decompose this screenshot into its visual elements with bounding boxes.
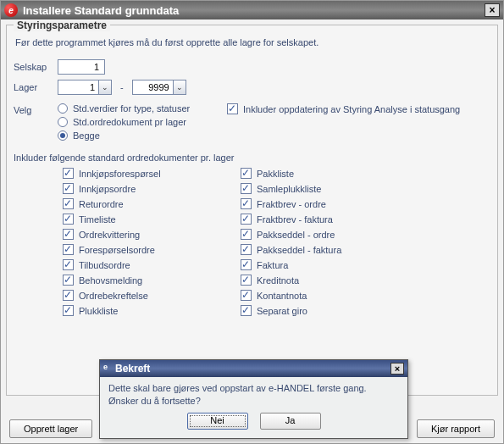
opprett-lager-button[interactable]: Opprett lager — [9, 419, 92, 438]
doc-check-item[interactable]: Returordre — [63, 198, 241, 209]
checkbox-icon — [63, 183, 74, 194]
confirm-dialog: e Bekreft × Dette skal bare gjøres ved o… — [99, 359, 408, 439]
checkbox-icon — [63, 275, 74, 286]
dialog-text: Dette skal bare gjøres ved oppstart av e… — [108, 382, 399, 408]
doc-label: Timeliste — [79, 214, 116, 225]
doc-check-item[interactable]: Tilbudsordre — [63, 259, 241, 270]
checkbox-icon — [63, 229, 74, 240]
checkbox-icon — [63, 214, 74, 225]
doc-check-item[interactable]: Innkjøpsordre — [63, 183, 241, 194]
lager-to-input[interactable] — [132, 80, 173, 95]
doc-check-item[interactable]: Plukkliste — [63, 305, 241, 316]
doc-label: Returordre — [79, 199, 124, 209]
doc-label: Separat giro — [257, 306, 307, 316]
window-title: Installere Standard grunndata — [23, 4, 179, 17]
doc-label: Behovsmelding — [79, 275, 142, 286]
app-logo-icon: e — [103, 363, 115, 375]
doc-check-item[interactable]: Behovsmelding — [63, 275, 241, 286]
doc-label: Kontantnota — [257, 291, 307, 301]
checkbox-icon — [63, 244, 74, 255]
lager-from-spinner[interactable]: ⌄ — [58, 80, 112, 95]
radio-icon — [58, 103, 68, 114]
lager-from-input[interactable] — [58, 80, 98, 95]
radio-begge[interactable]: Begge — [58, 130, 227, 141]
doc-col-left: InnkjøpsforespørselInnkjøpsordreReturord… — [63, 168, 241, 320]
chevron-down-icon[interactable]: ⌄ — [173, 80, 186, 95]
lager-label: Lager — [14, 82, 58, 92]
radio-icon — [58, 130, 68, 141]
doc-check-item[interactable]: Separat giro — [241, 305, 418, 316]
doc-check-item[interactable]: Fraktbrev - faktura — [241, 214, 418, 225]
radio-label: Begge — [73, 130, 100, 141]
doc-label: Kreditnota — [257, 275, 299, 286]
doc-check-item[interactable]: Pakkliste — [241, 168, 418, 179]
radio-group: Std.verdier for type, statuser Std.ordre… — [58, 103, 227, 144]
radio-icon — [58, 117, 68, 127]
params-group: Styringsparametre Før dette programmet k… — [6, 25, 498, 396]
doc-col-right: PakklisteSamleplukklisteFraktbrev - ordr… — [241, 168, 418, 320]
doc-label: Ordrekvittering — [79, 230, 140, 240]
doc-check-item[interactable]: Innkjøpsforespørsel — [63, 168, 241, 179]
doc-label: Ordrebekreftelse — [79, 291, 148, 301]
checkbox-label: Inkluder oppdatering av Styring Analyse … — [243, 104, 460, 114]
checkbox-icon — [63, 168, 74, 179]
doc-check-item[interactable]: Kontantnota — [241, 290, 418, 301]
close-icon[interactable]: × — [390, 363, 404, 375]
doc-check-item[interactable]: Fraktbrev - ordre — [241, 198, 418, 209]
main-window: e Installere Standard grunndata × Styrin… — [0, 0, 504, 444]
velg-label: Velg — [14, 103, 58, 144]
doc-label: Pakkseddel - ordre — [257, 230, 335, 240]
close-icon[interactable]: × — [485, 3, 500, 17]
checkbox-icon — [241, 198, 252, 209]
dialog-buttons: Nei Ja — [108, 413, 399, 430]
doc-section-label: Inkluder følgende standard ordredokument… — [14, 153, 490, 163]
doc-check-item[interactable]: Pakkseddel - ordre — [241, 229, 418, 240]
radio-label: Std.ordredokument pr lager — [73, 117, 186, 127]
doc-check-item[interactable]: Pakkseddel - faktura — [241, 244, 418, 255]
no-button[interactable]: Nei — [187, 413, 248, 430]
doc-label: Plukkliste — [79, 306, 118, 316]
doc-check-item[interactable]: Ordrekvittering — [63, 229, 241, 240]
checkbox-icon — [241, 259, 252, 270]
doc-check-item[interactable]: Forespørselsordre — [63, 244, 241, 255]
checkbox-icon — [63, 259, 74, 270]
radio-label: Std.verdier for type, statuser — [73, 103, 190, 114]
checkbox-icon — [227, 103, 238, 114]
doc-columns: InnkjøpsforespørselInnkjøpsordreReturord… — [63, 168, 490, 320]
lager-to-spinner[interactable]: ⌄ — [132, 80, 186, 95]
radio-std-values[interactable]: Std.verdier for type, statuser — [58, 103, 227, 114]
dialog-body: Dette skal bare gjøres ved oppstart av e… — [100, 377, 407, 435]
doc-label: Fraktbrev - faktura — [257, 214, 333, 225]
doc-check-item[interactable]: Faktura — [241, 259, 418, 270]
checkbox-icon — [241, 183, 252, 194]
doc-label: Forespørselsordre — [79, 245, 155, 255]
doc-check-item[interactable]: Samleplukkliste — [241, 183, 418, 194]
dialog-title: Bekreft — [115, 363, 150, 375]
doc-label: Innkjøpsordre — [79, 184, 136, 194]
checkbox-icon — [241, 244, 252, 255]
selskap-input[interactable] — [58, 59, 105, 75]
checkbox-icon — [241, 229, 252, 240]
checkbox-icon — [241, 214, 252, 225]
checkbox-icon — [63, 198, 74, 209]
checkbox-icon — [241, 168, 252, 179]
yes-button[interactable]: Ja — [260, 413, 321, 430]
checkbox-icon — [63, 305, 74, 316]
checkbox-icon — [63, 290, 74, 301]
chevron-down-icon[interactable]: ⌄ — [98, 80, 112, 95]
doc-check-item[interactable]: Timeliste — [63, 214, 241, 225]
checkbox-icon — [241, 275, 252, 286]
intro-text: Før dette programmet kjøres må du først … — [15, 37, 490, 47]
kjor-rapport-button[interactable]: Kjør rapport — [417, 419, 495, 438]
radio-std-doc[interactable]: Std.ordredokument pr lager — [58, 117, 227, 127]
checkbox-icon — [241, 305, 252, 316]
doc-check-item[interactable]: Ordrebekreftelse — [63, 290, 241, 301]
titlebar: e Installere Standard grunndata × — [1, 1, 503, 19]
include-update-check[interactable]: Inkluder oppdatering av Styring Analyse … — [227, 103, 460, 114]
doc-label: Innkjøpsforespørsel — [79, 169, 161, 179]
doc-check-item[interactable]: Kreditnota — [241, 275, 418, 286]
group-title: Styringsparametre — [14, 19, 110, 31]
selskap-label: Selskap — [14, 62, 58, 72]
range-dash: - — [120, 82, 124, 92]
checkbox-icon — [241, 290, 252, 301]
